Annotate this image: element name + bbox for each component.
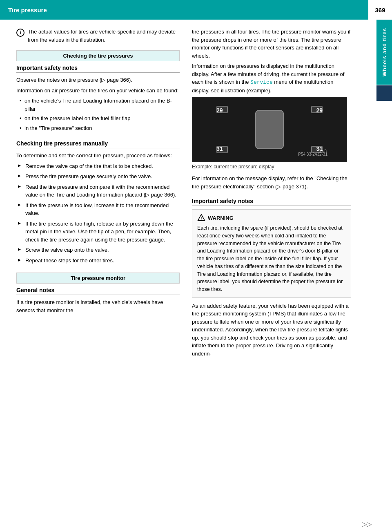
tire-display-inner: 29 29 31 31 (psi) P54.33-2432-31: [208, 101, 331, 158]
warning-triangle-icon: !: [197, 214, 205, 222]
footer-symbol: ▷▷: [362, 520, 372, 528]
info-note-text: The actual values for tires are vehicle-…: [28, 28, 176, 44]
warning-label: WARNING: [208, 215, 234, 221]
main-content: i The actual values for tires are vehicl…: [0, 20, 376, 364]
tire-num-fr: 29: [316, 107, 323, 114]
header-title: Tire pressure: [8, 7, 47, 13]
checking-manually-title: Checking tire pressures manually: [16, 140, 180, 148]
bullet-item: on the vehicle's Tire and Loading Inform…: [20, 97, 180, 113]
step-item: Remove the valve cap of the tire that is…: [18, 162, 180, 170]
warning-box: ! WARNING Each tire, including the spare…: [192, 209, 351, 298]
important-safety-notes-title: Important safety notes: [16, 65, 180, 73]
right-para2: Information on tire pressures is display…: [192, 62, 351, 94]
part-number: P54.33-2432-31: [298, 152, 327, 156]
checking-manually-intro: To determine and set the correct tire pr…: [16, 152, 180, 160]
service-link: Service: [250, 79, 273, 85]
safety-notes-bullets: on the vehicle's Tire and Loading Inform…: [20, 97, 180, 132]
checking-pressures-header: Checking the tire pressures: [16, 50, 180, 61]
tpms-para: As an added safety feature, your vehicle…: [192, 302, 351, 358]
info-icon: i: [16, 29, 24, 37]
page-number: 369: [368, 0, 392, 20]
tire-num-fl: 29: [216, 107, 223, 114]
right-intro: tire pressures in all four tires. The ti…: [192, 28, 351, 60]
step-item: Read the tire pressure and compare it wi…: [18, 183, 180, 199]
info-note: i The actual values for tires are vehicl…: [16, 28, 180, 44]
safety-notes-para2: Information on air pressure for the tire…: [16, 87, 180, 95]
step-item: Press the tire pressure gauge securely o…: [18, 172, 180, 181]
right-column: tire pressures in all four tires. The ti…: [188, 24, 359, 364]
tire-num-rl: 31: [216, 145, 223, 152]
step-item: If the tire pressure is too low, increas…: [18, 201, 180, 217]
bullet-item: on the tire pressure label on the fuel f…: [20, 114, 180, 123]
steps-list: Remove the valve cap of the tire that is…: [18, 162, 180, 265]
important-safety-notes2-title: Important safety notes: [192, 198, 351, 206]
image-caption: Example: current tire pressure display: [192, 164, 351, 170]
left-column: i The actual values for tires are vehicl…: [0, 24, 188, 364]
header-title-area: Tire pressure: [0, 0, 368, 20]
sidebar-tab-label: Wheels and tires: [376, 20, 392, 85]
bullet-item: in the "Tire pressure" section: [20, 124, 180, 132]
svg-text:!: !: [200, 216, 202, 220]
general-notes-title: General notes: [16, 287, 180, 295]
header-bar: Tire pressure 369: [0, 0, 392, 20]
warning-text: Each tire, including the spare (if provi…: [197, 224, 346, 293]
car-shape: [255, 110, 284, 149]
tire-pressure-display-image: 29 29 31 31 (psi) P54.33-2432-31: [192, 97, 347, 162]
safety-notes-para1: Observe the notes on tire pressure (▷ pa…: [16, 76, 180, 84]
right-para3: For information on the message display, …: [192, 174, 351, 190]
step-item: If the tire pressure is too high, releas…: [18, 220, 180, 244]
right-sidebar: Wheels and tires: [376, 20, 392, 387]
sidebar-accent-square: [376, 85, 392, 101]
general-notes-text: If a tire pressure monitor is installed,…: [16, 298, 180, 314]
step-item: Repeat these steps for the other tires.: [18, 257, 180, 265]
tire-pressure-monitor-header: Tire pressure monitor: [16, 273, 180, 284]
step-item: Screw the valve cap onto the valve.: [18, 246, 180, 254]
warning-header: ! WARNING: [197, 214, 346, 222]
